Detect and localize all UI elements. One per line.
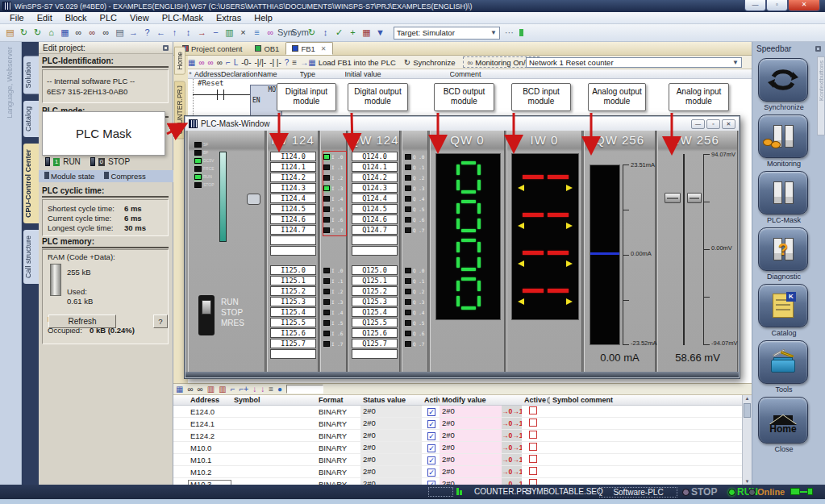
catalog-speedbutton[interactable]: K: [758, 284, 808, 327]
toolbar-icon[interactable]: ▤: [3, 26, 17, 40]
io-field[interactable]: I124.1: [270, 162, 316, 172]
decl-column-header[interactable]: Type: [300, 70, 345, 78]
modify-0-1-button[interactable]: →0→1: [502, 406, 522, 417]
modify-0-1-button[interactable]: →0→1: [502, 430, 522, 441]
increment-arrow-icon[interactable]: [566, 223, 573, 229]
fb1-toolbar-icon[interactable]: ∞: [217, 58, 223, 67]
col-modify-value[interactable]: Modify value: [440, 396, 502, 404]
bcd-digit-switch[interactable]: [512, 251, 578, 269]
fb1-toolbar-icon[interactable]: ?: [285, 58, 290, 67]
rail-tab[interactable]: Solution: [23, 56, 39, 94]
bcd-digit-switch[interactable]: [512, 213, 578, 231]
io-field[interactable]: I124.7: [270, 225, 316, 235]
active-checkbox[interactable]: ✓: [427, 469, 435, 477]
toolbar-icon[interactable]: ∞: [72, 26, 85, 40]
toolbar-icon[interactable]: ⌂: [44, 26, 58, 40]
fb1-toolbar-icon[interactable]: -| |-: [269, 58, 281, 67]
io-field[interactable]: I125.6: [270, 328, 316, 338]
decl-column-header[interactable]: Comment: [450, 70, 536, 78]
watch-toolbar-icon[interactable]: ▦: [176, 385, 183, 394]
io-field[interactable]: Q125.4: [352, 307, 398, 317]
active-checkbox[interactable]: ✓: [427, 408, 435, 416]
io-field[interactable]: I125.1: [270, 276, 316, 285]
watch-toolbar-icon[interactable]: ▥: [219, 385, 226, 394]
toolbar-icon[interactable]: ≡: [250, 26, 264, 40]
input-led[interactable]: I .4: [323, 194, 346, 204]
table-row[interactable]: E124.2 BINARY 2#0 ✓ 2#0 →0→1: [173, 430, 752, 442]
decrement-arrow-icon[interactable]: [518, 298, 524, 305]
decl-column-header[interactable]: Initial value: [345, 70, 450, 78]
bcd-digit-switch[interactable]: [512, 289, 578, 306]
modify-0-1-button[interactable]: →0→1: [502, 442, 522, 453]
fb1-toolbar-icon[interactable]: L: [234, 58, 239, 67]
table-row[interactable]: E124.0 BINARY 2#0 ✓ 2#0 →0→1: [173, 406, 752, 418]
io-field[interactable]: Q125.0: [352, 265, 398, 275]
toolbar-icon[interactable]: Sym: [291, 26, 305, 40]
table-row[interactable]: E124.1 BINARY 2#0 ✓ 2#0 →0→1: [173, 418, 752, 430]
watch-filter-input[interactable]: [286, 385, 323, 394]
io-field[interactable]: Q124.3: [352, 183, 398, 193]
decl-column-header[interactable]: Declaration: [221, 70, 258, 78]
toolbar-icon[interactable]: ↑: [168, 26, 181, 40]
io-field[interactable]: Q125.3: [352, 297, 398, 306]
table-row[interactable]: M10.2 BINARY 2#0 ✓ 2#0 →0→1: [173, 466, 752, 478]
watch-toolbar-icon[interactable]: ≡: [269, 385, 273, 394]
bcd-input-display[interactable]: [511, 153, 579, 320]
menu-item[interactable]: View: [123, 13, 156, 23]
io-field[interactable]: I125.2: [270, 286, 316, 296]
fb1-toolbar-icon[interactable]: -|/|-: [255, 58, 267, 67]
fb1-toolbar-icon[interactable]: ∞: [208, 58, 214, 67]
toolbar-icon[interactable]: ↻: [17, 26, 31, 40]
fb1-toolbar-icon[interactable]: -0-: [241, 58, 251, 67]
io-field[interactable]: Q125.7: [352, 339, 398, 348]
status-project[interactable]: COUNTER.PRJ: [474, 487, 531, 496]
plc-mask-window[interactable]: PLC-Mask-Window SF BF: [184, 115, 740, 379]
watch-toolbar-icon[interactable]: ∞: [187, 385, 193, 394]
menu-item[interactable]: PLC: [94, 13, 123, 23]
watch-toolbar-icon[interactable]: ↓: [252, 385, 256, 394]
input-led[interactable]: I .3: [323, 183, 346, 194]
modify-0-1-button[interactable]: →0→1: [502, 466, 522, 477]
io-field[interactable]: Q124.1: [352, 162, 398, 172]
toolbar-icon[interactable]: +: [346, 26, 360, 40]
active-checkbox[interactable]: ✓: [427, 420, 435, 428]
mode-switch[interactable]: [198, 295, 215, 335]
table-row[interactable]: M10.1 BINARY 2#0 ✓ 2#0 →0→1: [173, 454, 752, 466]
toolbar-icon[interactable]: ▼: [373, 26, 387, 40]
tools-speedbutton[interactable]: [758, 340, 808, 384]
io-field[interactable]: [270, 246, 316, 256]
io-field[interactable]: Q124.0: [352, 152, 398, 161]
online-indicator[interactable]: Online: [748, 487, 785, 497]
input-led[interactable]: I .1: [323, 276, 346, 286]
watch-table-scrollbar[interactable]: ▲ ▼: [742, 395, 752, 485]
tab-fb1[interactable]: FB1 ✕: [285, 42, 332, 55]
tab-ob1[interactable]: OB1: [248, 42, 285, 55]
watch-toolbar-icon[interactable]: ▥: [207, 385, 215, 394]
watch-toolbar-icon[interactable]: ⌐+: [239, 385, 248, 394]
run-button[interactable]: RUN: [63, 157, 81, 166]
minimize-button[interactable]: [744, 0, 766, 11]
menu-item[interactable]: Extras: [210, 13, 248, 23]
menu-item[interactable]: Edit: [31, 13, 59, 23]
watch-toolbar-icon[interactable]: ↓: [260, 385, 265, 394]
toolbar-icon[interactable]: ∞: [264, 26, 277, 40]
col-active2[interactable]: Active: [522, 396, 550, 404]
table-row[interactable]: M10.0 BINARY 2#0 ✓ 2#0 →0→1: [173, 442, 752, 454]
mask-maximize-button[interactable]: [706, 119, 720, 129]
io-field[interactable]: I125.5: [270, 318, 316, 327]
decrement-arrow-icon[interactable]: [518, 185, 524, 191]
active2-checkbox[interactable]: [529, 443, 537, 451]
toolbar-icon[interactable]: ×: [236, 26, 250, 40]
mask-close-button[interactable]: [722, 119, 735, 129]
input-led[interactable]: I .4: [323, 307, 346, 318]
pin-icon[interactable]: [163, 45, 169, 51]
active-checkbox[interactable]: ✓: [427, 444, 435, 452]
fb1-toolbar-icon[interactable]: ⌐: [226, 58, 231, 67]
io-field[interactable]: Q124.4: [352, 194, 398, 203]
decl-column-header[interactable]: Address: [194, 70, 221, 78]
fb1-toolbar-icon[interactable]: ≡: [292, 58, 297, 67]
fb1-toolbar-icon[interactable]: ∞: [198, 58, 204, 67]
mask-minimize-button[interactable]: [691, 119, 705, 129]
pin-icon[interactable]: [815, 46, 821, 52]
decrement-arrow-icon[interactable]: [518, 260, 524, 267]
